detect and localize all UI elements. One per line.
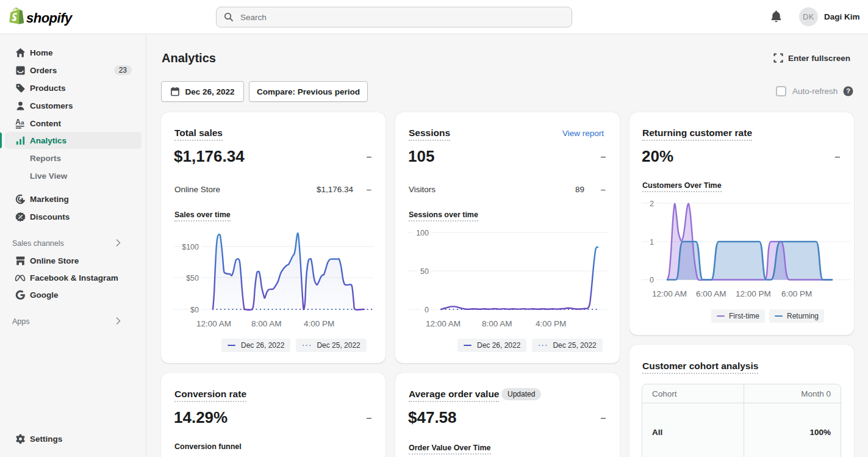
svg-text:shopify: shopify [26, 10, 73, 26]
svg-text:2: 2 [650, 200, 654, 208]
svg-text:?: ? [846, 87, 850, 95]
svg-text:1: 1 [650, 238, 654, 246]
svg-text:$0: $0 [190, 306, 199, 314]
svg-text:$100: $100 [182, 243, 199, 251]
svg-text:50: 50 [420, 267, 429, 276]
svg-text:0: 0 [425, 306, 429, 314]
svg-text:$50: $50 [186, 274, 199, 282]
svg-text:100: 100 [416, 229, 429, 237]
svg-text:a: a [20, 119, 24, 126]
svg-text:0: 0 [650, 276, 654, 283]
svg-text:A: A [15, 118, 21, 126]
